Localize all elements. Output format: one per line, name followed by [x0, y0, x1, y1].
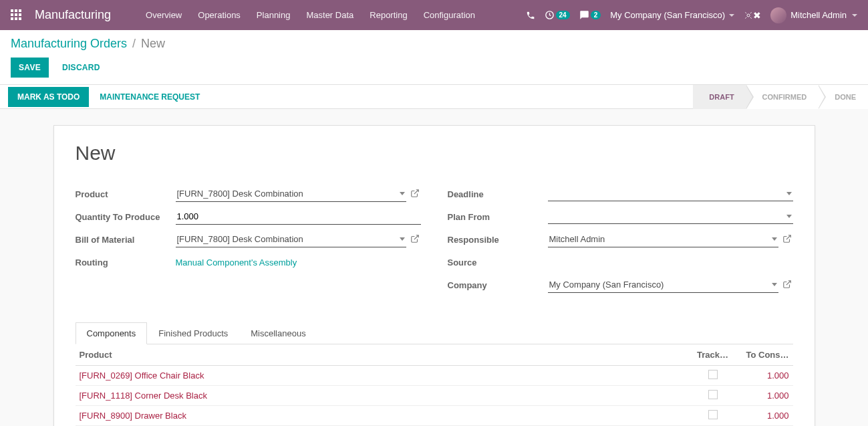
avatar [770, 7, 786, 23]
discuss-icon[interactable]: 2 [579, 10, 601, 20]
activity-badge: 24 [556, 11, 570, 19]
breadcrumb-separator: / [132, 37, 136, 51]
label-responsible: Responsible [448, 235, 548, 245]
product-field[interactable]: [FURN_7800] Desk Combination [176, 186, 406, 202]
external-link-icon[interactable] [782, 234, 793, 245]
bom-field[interactable]: [FURN_7800] Desk Combination [176, 231, 406, 247]
mark-as-todo-button[interactable]: MARK AS TODO [8, 87, 89, 107]
status-confirmed[interactable]: CONFIRMED [746, 85, 819, 109]
breadcrumb-current: New [141, 37, 165, 51]
chevron-down-icon [729, 14, 734, 17]
plan-from-field[interactable] [548, 209, 793, 224]
company-selector[interactable]: My Company (San Francisco) [610, 10, 734, 20]
label-bom: Bill of Material [76, 235, 176, 245]
table-row[interactable]: [FURN_0269] Office Chair Black 1.000 [76, 366, 793, 386]
status-widget: DRAFT CONFIRMED DONE [693, 85, 868, 109]
label-plan-from: Plan From [448, 212, 548, 222]
company-name: My Company (San Francisco) [610, 10, 725, 20]
user-name: Mitchell Admin [790, 10, 847, 20]
tab-finished[interactable]: Finished Products [147, 322, 239, 344]
table-row[interactable]: [FURN_1118] Corner Desk Black 1.000 [76, 386, 793, 406]
company-value: My Company (San Francisco) [549, 280, 664, 290]
components-table: Product Track… To Cons… [FURN_0269] Offi… [76, 344, 793, 426]
label-quantity: Quantity To Produce [76, 212, 176, 222]
notebook: Components Finished Products Miscellaneo… [76, 322, 793, 426]
component-qty[interactable]: 1.000 [767, 370, 789, 381]
maintenance-request-button[interactable]: MAINTENANCE REQUEST [90, 87, 209, 107]
component-qty[interactable]: 1.000 [767, 411, 789, 421]
form-right-column: Deadline Plan From [448, 185, 793, 298]
deadline-field[interactable] [548, 187, 793, 201]
chevron-down-icon [772, 283, 777, 286]
chevron-down-icon [786, 192, 792, 195]
status-done[interactable]: DONE [819, 85, 868, 109]
control-panel: Manufacturing Orders / New SAVE DISCARD [0, 30, 868, 85]
external-link-icon[interactable] [410, 234, 421, 245]
component-qty[interactable]: 1.000 [767, 391, 789, 401]
chevron-down-icon [400, 237, 405, 241]
app-brand[interactable]: Manufacturing [35, 8, 111, 22]
tracking-checkbox[interactable] [708, 410, 718, 419]
chevron-down-icon [400, 192, 405, 195]
nav-menu: Overview Operations Planning Master Data… [138, 0, 483, 30]
sheet-background: New Product [FURN_7800] Desk Combination [0, 109, 868, 426]
responsible-value: Mitchell Admin [549, 234, 605, 244]
discard-button[interactable]: DISCARD [54, 58, 108, 78]
tracking-checkbox[interactable] [708, 370, 718, 379]
save-button[interactable]: SAVE [11, 58, 49, 78]
label-product: Product [76, 189, 176, 199]
col-to-consume[interactable]: To Cons… [733, 344, 793, 366]
nav-planning[interactable]: Planning [249, 0, 299, 30]
bom-value: [FURN_7800] Desk Combination [177, 234, 303, 244]
tracking-checkbox[interactable] [708, 390, 718, 399]
form-sheet: New Product [FURN_7800] Desk Combination [53, 125, 815, 426]
quantity-field[interactable] [176, 209, 421, 225]
table-row[interactable]: [FURN_8900] Drawer Black 1.000 [76, 406, 793, 426]
external-link-icon[interactable] [782, 280, 793, 290]
activity-icon[interactable]: 24 [545, 10, 570, 20]
debug-icon[interactable]: ✖ [744, 10, 761, 21]
tab-misc[interactable]: Miscellaneous [239, 322, 317, 344]
nav-master-data[interactable]: Master Data [298, 0, 361, 30]
nav-right: 24 2 My Company (San Francisco) ✖ Mitche… [526, 7, 857, 23]
label-company: Company [448, 280, 548, 290]
col-product[interactable]: Product [76, 344, 693, 366]
company-field[interactable]: My Company (San Francisco) [548, 277, 778, 293]
chevron-down-icon [786, 215, 792, 218]
tab-components[interactable]: Components [76, 322, 148, 344]
routing-link[interactable]: Manual Component's Assembly [176, 257, 297, 268]
apps-icon[interactable] [11, 9, 23, 21]
page-title: New [76, 142, 793, 165]
statusbar: MARK AS TODO MAINTENANCE REQUEST DRAFT C… [0, 85, 868, 109]
nav-operations[interactable]: Operations [190, 0, 249, 30]
label-deadline: Deadline [448, 189, 548, 199]
label-routing: Routing [76, 257, 176, 268]
tabs: Components Finished Products Miscellaneo… [76, 322, 793, 344]
nav-overview[interactable]: Overview [138, 0, 190, 30]
col-tracking[interactable]: Track… [693, 344, 733, 366]
status-draft[interactable]: DRAFT [693, 85, 746, 109]
chevron-down-icon [772, 237, 777, 241]
product-value: [FURN_7800] Desk Combination [177, 189, 303, 199]
component-product[interactable]: [FURN_1118] Corner Desk Black [80, 391, 207, 401]
user-menu[interactable]: Mitchell Admin [770, 7, 857, 23]
breadcrumb: Manufacturing Orders / New [11, 37, 857, 51]
chevron-down-icon [852, 14, 857, 17]
responsible-field[interactable]: Mitchell Admin [548, 231, 778, 247]
external-link-icon[interactable] [410, 189, 421, 199]
nav-configuration[interactable]: Configuration [416, 0, 483, 30]
component-product[interactable]: [FURN_0269] Office Chair Black [80, 370, 204, 381]
label-source: Source [448, 257, 548, 268]
navbar: Manufacturing Overview Operations Planni… [0, 0, 868, 30]
breadcrumb-parent[interactable]: Manufacturing Orders [11, 37, 127, 51]
discuss-badge: 2 [591, 11, 601, 19]
form-left-column: Product [FURN_7800] Desk Combination Qua… [76, 185, 421, 298]
control-buttons: SAVE DISCARD [11, 58, 857, 78]
nav-reporting[interactable]: Reporting [361, 0, 415, 30]
phone-icon[interactable] [526, 11, 535, 20]
component-product[interactable]: [FURN_8900] Drawer Black [80, 411, 186, 421]
